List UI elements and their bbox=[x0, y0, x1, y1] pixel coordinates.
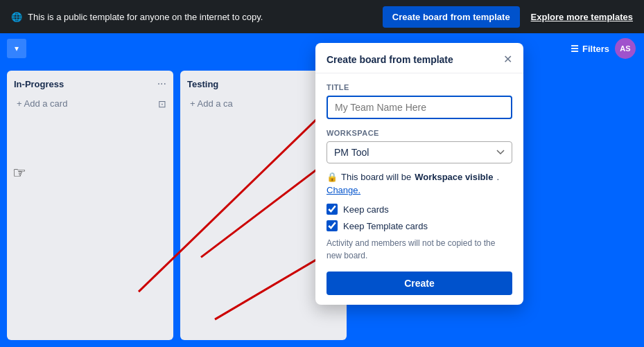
modal-title: Create board from template bbox=[327, 54, 453, 65]
modal-close-button[interactable]: ✕ bbox=[503, 53, 512, 66]
globe-icon: 🌐 bbox=[11, 12, 22, 22]
column-menu-button-in-progress[interactable]: ··· bbox=[157, 78, 166, 90]
keep-template-cards-label: Keep Template cards bbox=[343, 221, 428, 231]
column-in-progress: In-Progress ··· + Add a card ⊡ bbox=[7, 71, 173, 340]
lock-emoji-icon: 🔒 bbox=[327, 172, 338, 182]
add-card-button-in-progress[interactable]: + Add a card bbox=[14, 96, 158, 112]
banner-notice-text: This is a public template for anyone on … bbox=[28, 12, 263, 22]
create-board-button[interactable]: Create bbox=[327, 272, 512, 295]
filters-button[interactable]: ☰ Filters bbox=[571, 44, 609, 54]
column-header-in-progress: In-Progress ··· bbox=[14, 78, 166, 90]
modal-header: Create board from template ✕ bbox=[315, 43, 523, 73]
title-label: Title bbox=[327, 83, 512, 91]
banner-left: 🌐 This is a public template for anyone o… bbox=[11, 12, 263, 22]
column-footer-in-progress: + Add a card ⊡ bbox=[14, 96, 166, 112]
copy-disclaimer: Activity and members will not be copied … bbox=[327, 237, 512, 262]
top-banner: 🌐 This is a public template for anyone o… bbox=[0, 0, 644, 33]
keep-template-cards-row: Keep Template cards bbox=[327, 220, 512, 231]
keep-cards-label: Keep cards bbox=[343, 204, 389, 215]
notice-text-pre: This board will be bbox=[341, 172, 411, 182]
keep-template-cards-checkbox[interactable] bbox=[327, 220, 338, 231]
toolbar-right: ☰ Filters AS bbox=[571, 38, 636, 59]
explore-templates-button[interactable]: Explore more templates bbox=[531, 12, 633, 22]
keep-cards-checkbox[interactable] bbox=[327, 204, 338, 215]
keep-cards-row: Keep cards bbox=[327, 204, 512, 215]
filters-label: Filters bbox=[582, 44, 609, 54]
column-title-testing: Testing bbox=[187, 79, 218, 89]
modal-body: Title Workspace PM Tool 🔒 This board wil… bbox=[315, 73, 523, 305]
create-template-button[interactable]: Create board from template bbox=[383, 6, 520, 28]
avatar[interactable]: AS bbox=[615, 38, 636, 59]
banner-right: Create board from template Explore more … bbox=[383, 6, 633, 28]
notice-bold-text: Workspace visible bbox=[415, 172, 493, 182]
filter-icon: ☰ bbox=[571, 44, 579, 54]
card-template-icon-in-progress[interactable]: ⊡ bbox=[158, 98, 166, 109]
workspace-select[interactable]: PM Tool bbox=[327, 141, 512, 163]
chevron-down-button[interactable]: ▾ bbox=[7, 39, 26, 58]
column-title-in-progress: In-Progress bbox=[14, 79, 64, 89]
workspace-label: Workspace bbox=[327, 129, 512, 137]
modal-dialog[interactable]: Create board from template ✕ Title Works… bbox=[315, 43, 523, 305]
notice-text-post: . bbox=[496, 172, 499, 182]
change-visibility-link[interactable]: Change. bbox=[327, 185, 512, 195]
title-input[interactable] bbox=[327, 96, 512, 119]
toolbar-left: ▾ bbox=[7, 39, 26, 58]
add-card-button-testing[interactable]: + Add a ca bbox=[187, 96, 331, 112]
workspace-visibility-notice: 🔒 This board will be Workspace visible . bbox=[327, 172, 512, 182]
